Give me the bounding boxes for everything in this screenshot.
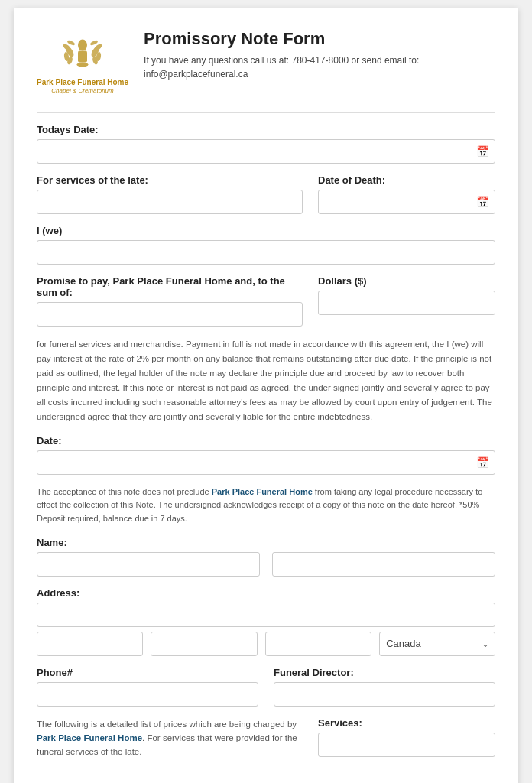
- bottom-brand: Park Place Funeral Home: [37, 733, 142, 742]
- address-postal-input[interactable]: [265, 632, 371, 656]
- header: Park Place Funeral Home Chapel & Cremato…: [37, 29, 495, 94]
- acceptance-brand: Park Place Funeral Home: [212, 487, 313, 496]
- bottom-text-col: The following is a detailed list of pric…: [37, 717, 303, 759]
- services-death-row: For services of the late: Date of Death:…: [37, 174, 495, 214]
- country-select[interactable]: Canada USA Other: [379, 632, 495, 656]
- address-label: Address:: [37, 587, 495, 599]
- dollars-label: Dollars ($): [318, 275, 495, 287]
- contact-line1: If you have any questions call us at: 78…: [144, 55, 419, 66]
- name-label: Name:: [37, 537, 495, 548]
- name-first-input[interactable]: [37, 552, 260, 577]
- legal-text: for funeral services and merchandise. Pa…: [37, 337, 495, 424]
- svg-point-9: [89, 40, 98, 47]
- todays-date-label: Todays Date:: [37, 124, 495, 135]
- date-of-death-label: Date of Death:: [318, 174, 495, 186]
- date-of-death-col: Date of Death: 📅: [318, 174, 495, 214]
- logo-container: Park Place Funeral Home Chapel & Cremato…: [37, 29, 128, 94]
- bottom-text: The following is a detailed list of pric…: [37, 717, 303, 759]
- dollars-col: Dollars ($): [318, 275, 495, 327]
- acceptance-before: The acceptance of this note does not pre…: [37, 487, 212, 496]
- acceptance-text: The acceptance of this note does not pre…: [37, 486, 495, 526]
- name-section: Name:: [37, 537, 495, 577]
- services-input[interactable]: [318, 733, 495, 757]
- i-we-input[interactable]: [37, 240, 495, 265]
- address-section: Address: Canada USA Other ⌄: [37, 587, 495, 656]
- phone-col: Phone#: [37, 667, 258, 707]
- phone-funeral-row: Phone# Funeral Director:: [37, 667, 495, 707]
- funeral-director-label: Funeral Director:: [274, 667, 495, 678]
- i-we-label: I (we): [37, 225, 495, 236]
- date-wrapper: 📅: [37, 450, 495, 475]
- services-label: Services:: [318, 717, 495, 729]
- date-of-death-input[interactable]: [318, 190, 495, 214]
- address-row2: Canada USA Other ⌄: [37, 632, 495, 656]
- promise-col: Promise to pay, Park Place Funeral Home …: [37, 275, 303, 327]
- logo-name: Park Place Funeral Home: [37, 77, 128, 87]
- svg-point-4: [66, 40, 75, 47]
- country-select-wrapper: Canada USA Other ⌄: [379, 632, 495, 656]
- page-container: Park Place Funeral Home Chapel & Cremato…: [14, 8, 518, 783]
- address-city-input[interactable]: [37, 632, 143, 656]
- services-late-col: For services of the late:: [37, 174, 303, 214]
- date-section: Date: 📅: [37, 435, 495, 475]
- services-late-input[interactable]: [37, 190, 303, 214]
- svg-rect-11: [78, 51, 87, 63]
- promise-label: Promise to pay, Park Place Funeral Home …: [37, 275, 303, 298]
- header-divider: [37, 112, 495, 113]
- header-info: Promissory Note Form If you have any que…: [144, 29, 495, 81]
- date-input[interactable]: [37, 450, 495, 475]
- todays-date-section: Todays Date: 📅: [37, 124, 495, 164]
- date-of-death-wrapper: 📅: [318, 190, 495, 214]
- name-row: [37, 552, 495, 577]
- svg-point-10: [78, 40, 87, 51]
- promise-input[interactable]: [37, 302, 303, 327]
- services-col: Services:: [318, 717, 495, 759]
- todays-date-input[interactable]: [37, 139, 495, 164]
- dollars-input[interactable]: [318, 291, 495, 315]
- name-last-input[interactable]: [272, 552, 495, 577]
- funeral-director-input[interactable]: [274, 682, 495, 707]
- page-title: Promissory Note Form: [144, 29, 495, 49]
- phone-input[interactable]: [37, 682, 258, 707]
- svg-point-12: [77, 63, 89, 67]
- address-prov-input[interactable]: [151, 632, 257, 656]
- logo-sub: Chapel & Crematorium: [51, 87, 113, 94]
- services-late-label: For services of the late:: [37, 174, 303, 186]
- i-we-section: I (we): [37, 225, 495, 265]
- logo-emblem: [60, 29, 105, 75]
- address-full-input[interactable]: [37, 603, 495, 627]
- phone-label: Phone#: [37, 667, 258, 678]
- bottom-before: The following is a detailed list of pric…: [37, 720, 297, 729]
- bottom-services-row: The following is a detailed list of pric…: [37, 717, 495, 759]
- funeral-director-col: Funeral Director:: [274, 667, 495, 707]
- date-label: Date:: [37, 435, 495, 447]
- promise-dollars-row: Promise to pay, Park Place Funeral Home …: [37, 275, 495, 327]
- contact-line2: info@parkplacefuneral.ca: [144, 69, 248, 80]
- todays-date-wrapper: 📅: [37, 139, 495, 164]
